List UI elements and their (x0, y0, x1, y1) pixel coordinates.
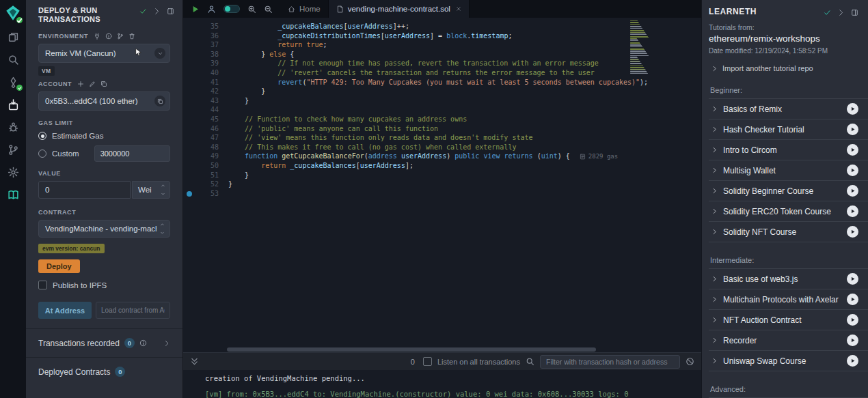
tutorial-item[interactable]: Basic use of web3.js (709, 269, 868, 289)
tab-home[interactable]: Home (280, 0, 329, 18)
tutorial-item[interactable]: Uniswap Swap Course (709, 351, 868, 371)
run-script-icon[interactable] (191, 5, 200, 14)
terminal-filter-input[interactable] (540, 355, 680, 369)
line-number[interactable]: 49 (195, 152, 219, 161)
value-input[interactable] (38, 181, 131, 199)
line-number[interactable]: 38 (195, 50, 219, 59)
breakpoint-margin[interactable] (183, 133, 195, 143)
breakpoint-margin[interactable] (183, 180, 195, 189)
publish-ipfs-checkbox[interactable] (38, 281, 47, 289)
line-number[interactable]: 47 (195, 133, 219, 143)
learneth-icon[interactable] (0, 184, 26, 206)
zoom-in-icon[interactable] (247, 5, 256, 14)
gas-limit-input[interactable] (94, 145, 170, 162)
breakpoint-dot[interactable] (183, 189, 195, 199)
tutorial-item[interactable]: Solidity Beginner Course (709, 181, 868, 201)
custom-gas-option[interactable]: Custom (38, 145, 170, 162)
contract-select[interactable]: VendingMachine - vending-machin (38, 220, 170, 238)
settings-icon[interactable] (0, 161, 26, 184)
clear-console-icon[interactable] (686, 357, 694, 366)
publish-ipfs-option[interactable]: Publish to IPFS (38, 281, 170, 289)
delete-state-icon[interactable] (128, 33, 135, 40)
line-number[interactable]: 41 (195, 78, 219, 87)
vm-pin-icon[interactable] (94, 33, 100, 40)
breakpoint-margin[interactable] (183, 152, 195, 161)
play-tutorial-button[interactable] (847, 185, 858, 197)
line-number[interactable]: 39 (195, 59, 219, 68)
breakpoint-margin[interactable] (183, 50, 195, 59)
estimated-gas-option[interactable]: Estimated Gas (38, 132, 170, 140)
copy-account-icon[interactable] (100, 81, 107, 87)
zoom-out-icon[interactable] (264, 5, 273, 14)
play-tutorial-button[interactable] (847, 226, 858, 238)
tutorial-item[interactable]: Recorder (709, 330, 868, 351)
play-tutorial-button[interactable] (847, 355, 858, 367)
environment-info-icon[interactable] (105, 33, 112, 40)
line-number[interactable]: 43 (195, 96, 219, 106)
terminal-output[interactable]: creation of VendingMachine pending...[vm… (183, 370, 701, 398)
file-explorer-icon[interactable] (0, 26, 26, 48)
horizontal-scrollbar[interactable] (183, 347, 701, 352)
terminal-expand-icon[interactable] (190, 357, 199, 366)
deploy-run-icon[interactable] (0, 94, 26, 116)
editor-toggle[interactable] (223, 5, 240, 13)
play-tutorial-button[interactable] (847, 205, 858, 217)
breakpoint-margin[interactable] (183, 96, 195, 106)
breakpoint-margin[interactable] (183, 105, 195, 115)
tutorial-item[interactable]: Solidity NFT Course (709, 222, 868, 242)
tutorial-item[interactable]: Intro to Circom (709, 140, 868, 160)
play-tutorial-button[interactable] (847, 335, 858, 346)
account-copy-icon[interactable] (154, 96, 165, 106)
solidity-compiler-icon[interactable] (0, 71, 26, 94)
line-number[interactable]: 46 (195, 124, 219, 134)
tutorial-item[interactable]: Multichain Protocols with Axelar (709, 289, 868, 310)
code-editor[interactable]: 35 _cupcakeBalances[userAddress]++;36 _c… (183, 18, 701, 347)
line-number[interactable]: 52 (195, 180, 219, 189)
terminal-search-icon[interactable] (526, 357, 534, 366)
breakpoint-margin[interactable] (183, 40, 195, 50)
fork-state-icon[interactable] (117, 33, 124, 40)
tutorial-item[interactable]: Solidity ERC20 Token Course (709, 201, 868, 222)
breakpoint-margin[interactable] (183, 22, 195, 31)
expand-chevron-icon[interactable] (153, 8, 161, 15)
line-number[interactable]: 45 (195, 115, 219, 124)
transactions-info-icon[interactable] (139, 339, 147, 347)
listen-transactions-checkbox[interactable] (423, 357, 432, 366)
git-icon[interactable] (0, 139, 26, 161)
line-number[interactable]: 50 (195, 161, 219, 171)
breakpoint-margin[interactable] (183, 78, 195, 87)
line-number[interactable]: 37 (195, 40, 219, 50)
add-account-icon[interactable] (77, 81, 84, 87)
value-unit-select[interactable]: Wei (132, 181, 170, 199)
at-address-input[interactable] (96, 302, 170, 319)
tutorial-item[interactable]: Hash Checker Tutorial (709, 119, 868, 140)
learneth-chevron-icon[interactable] (837, 9, 845, 16)
environment-select[interactable]: Remix VM (Cancun) (38, 44, 170, 63)
custom-gas-radio[interactable] (38, 150, 46, 158)
estimated-gas-radio[interactable] (38, 132, 46, 140)
breakpoint-margin[interactable] (183, 115, 195, 124)
import-tutorial-link[interactable]: Import another tutorial repo (711, 64, 868, 72)
play-tutorial-button[interactable] (847, 165, 858, 176)
minimap[interactable] (630, 20, 653, 74)
debugger-icon[interactable] (0, 116, 26, 139)
line-number[interactable]: 42 (195, 87, 219, 96)
play-tutorial-button[interactable] (847, 103, 858, 115)
breakpoint-margin[interactable] (183, 124, 195, 134)
breakpoint-margin[interactable] (183, 59, 195, 68)
line-number[interactable]: 48 (195, 143, 219, 152)
line-number[interactable]: 53 (195, 189, 219, 199)
breakpoint-margin[interactable] (183, 143, 195, 152)
play-tutorial-button[interactable] (847, 124, 858, 135)
transactions-chevron-icon[interactable] (163, 340, 170, 347)
play-tutorial-button[interactable] (847, 314, 858, 326)
play-tutorial-button[interactable] (847, 144, 858, 156)
breakpoint-margin[interactable] (183, 161, 195, 171)
breakpoint-margin[interactable] (183, 171, 195, 180)
breakpoint-margin[interactable] (183, 87, 195, 96)
learneth-popout-icon[interactable] (851, 9, 858, 16)
line-number[interactable]: 40 (195, 68, 219, 78)
tutorial-item[interactable]: NFT Auction Contract (709, 310, 868, 330)
deployed-contracts-section[interactable]: Deployed Contracts 0 (26, 357, 182, 398)
at-address-button[interactable]: At Address (38, 302, 92, 319)
